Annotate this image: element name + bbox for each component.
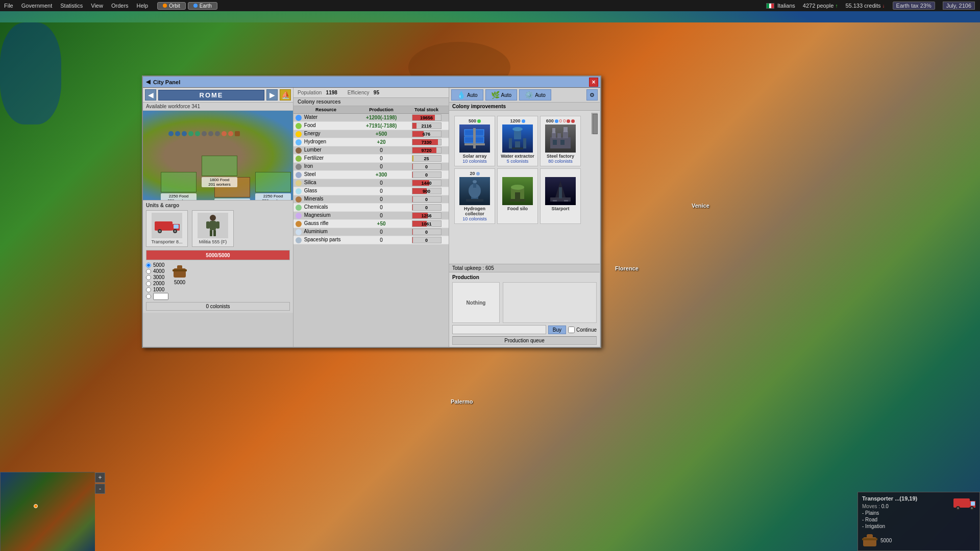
svg-rect-15: [173, 269, 187, 271]
improvement-solar-array[interactable]: 500: [454, 116, 495, 166]
eff-value: 95: [374, 90, 379, 95]
unit-card-militia[interactable]: Militia 555 (F): [192, 210, 234, 247]
earth-button[interactable]: Earth: [188, 2, 217, 10]
solar-workers: 10 colonists: [456, 159, 494, 164]
improvements-title: Colony improvements: [449, 103, 600, 111]
moves-row: Moves : 0.0: [862, 504, 949, 509]
hydrogen-cost-row: 20: [456, 171, 494, 176]
res-name-food: Food: [304, 122, 316, 128]
menu-government[interactable]: Government: [17, 2, 57, 10]
cargo-opt-custom[interactable]: [146, 293, 168, 300]
workforce-bar: Available workforce 341: [143, 103, 293, 111]
starport-svg: [548, 180, 573, 203]
svg-rect-19: [475, 137, 484, 143]
resources-scroll[interactable]: Resource Production Total stock Water +1…: [293, 106, 449, 244]
next-city-button[interactable]: ▶: [266, 89, 278, 101]
res-stock-silica: 1440: [404, 179, 449, 187]
menu-view[interactable]: View: [87, 2, 107, 10]
svg-rect-27: [512, 147, 523, 149]
auto-btn-2[interactable]: 🌿 Auto: [485, 89, 518, 101]
res-row-name-magnesium: Magnesium: [293, 212, 358, 220]
solar-array-name: Solar array: [456, 154, 494, 159]
improvement-water-extractor[interactable]: 1200: [497, 116, 538, 166]
orbit-button[interactable]: Orbit: [157, 2, 186, 10]
res-stock-food: 2116: [404, 122, 449, 130]
cargo-opt-4000[interactable]: 4000: [146, 268, 168, 274]
minimap-zoom-in[interactable]: +: [95, 472, 105, 483]
minimap-zoom-out[interactable]: -: [95, 484, 105, 494]
res-row-name-hydrogen: Hydrogen: [293, 138, 358, 146]
svg-rect-24: [509, 138, 512, 148]
improvement-steel-factory[interactable]: 600 0 0: [540, 116, 581, 166]
improvement-food-silo[interactable]: Food silo: [497, 168, 538, 224]
menu-orders[interactable]: Orders: [107, 2, 133, 10]
res-icon-food: [296, 123, 302, 129]
bottom-cargo-row: 5000: [862, 533, 975, 547]
col-resource: Resource: [293, 106, 358, 114]
menu-help[interactable]: Help: [133, 2, 153, 10]
cargo-opt-3000[interactable]: 3000: [146, 274, 168, 280]
svg-rect-37: [466, 199, 483, 202]
res-prod-energy: +500: [358, 130, 404, 138]
panel-right: 💧 Auto 🌿 Auto ⚙️ Auto ⚙ Colony improveme…: [449, 88, 600, 347]
cargo-custom-input[interactable]: [153, 293, 168, 300]
cargo-opt-5000[interactable]: 5000: [146, 262, 168, 268]
scrollbar-thumb[interactable]: [593, 114, 598, 134]
production-detail: [503, 282, 597, 323]
continue-checkbox[interactable]: [568, 327, 575, 333]
svg-rect-21: [464, 143, 485, 145]
solar-cost-dot-green: [477, 119, 481, 123]
cargo-opt-1000[interactable]: 1000: [146, 287, 168, 292]
units-grid: Transporter 8...: [146, 210, 290, 247]
terrain-irrigation: - Irrigation: [862, 523, 949, 529]
continue-check[interactable]: Continue: [568, 327, 597, 333]
improvements-scrollbar[interactable]: [592, 113, 598, 134]
water-extractor-img: [502, 124, 533, 153]
auto-btn-3[interactable]: ⚙️ Auto: [519, 89, 551, 101]
res-row-name-silica: Silica: [293, 179, 358, 187]
city-name-display[interactable]: ROME: [158, 90, 264, 101]
res-name-iron: Iron: [304, 163, 313, 169]
svg-rect-12: [213, 230, 216, 236]
ship-icon-button[interactable]: ⛵: [280, 89, 291, 101]
res-name-steel: Steel: [304, 171, 316, 177]
earth-label: Earth: [200, 3, 212, 9]
svg-rect-35: [560, 140, 565, 145]
auto-btn-1[interactable]: 💧 Auto: [451, 89, 483, 101]
improvement-hydrogen-collector[interactable]: 20: [454, 168, 495, 224]
menu-statistics[interactable]: Statistics: [56, 2, 87, 10]
svg-point-40: [473, 180, 477, 183]
svg-rect-33: [564, 127, 568, 132]
city-tile-3: 1800 Food201 workers: [202, 156, 237, 187]
silo-svg: [505, 180, 530, 203]
res-name-silica: Silica: [304, 180, 316, 185]
res-icon-lumber: [296, 147, 302, 154]
population-info: Population 1198 Efficiency 95: [293, 88, 449, 98]
svg-rect-2: [174, 224, 179, 229]
bottom-cargo-icon: [862, 533, 877, 547]
unit-card-transporter[interactable]: Transporter 8...: [146, 210, 188, 247]
buy-button[interactable]: Buy: [548, 325, 566, 334]
cargo-opt-2000[interactable]: 2000: [146, 281, 168, 286]
cargo-section: 5000/5000 5000 4000 3000: [146, 250, 290, 300]
production-queue-button[interactable]: Production queue: [452, 336, 597, 345]
cargo-amount: 5000: [173, 280, 187, 285]
res-icon-silica: [296, 180, 302, 186]
panel-left: ◀ ROME ▶ ⛵ Available workforce 341 2250 …: [143, 88, 293, 347]
nothing-label: Nothing: [452, 282, 500, 323]
production-input[interactable]: [452, 325, 546, 334]
settings-button[interactable]: ⚙: [586, 89, 598, 101]
res-name-lumber: Lumber: [304, 147, 322, 153]
res-stock-energy: 676: [404, 130, 449, 138]
starport-cost-row: [542, 171, 579, 176]
prev-city-button[interactable]: ◀: [145, 89, 156, 101]
menu-file[interactable]: File: [0, 2, 17, 10]
water-drop-icon: 💧: [457, 91, 465, 99]
improvement-starport[interactable]: Starport: [540, 168, 581, 224]
improvements-scroll[interactable]: 500: [449, 111, 600, 264]
svg-point-4: [159, 230, 161, 232]
date-badge: July, 2106: [943, 2, 975, 10]
steel-cost-dot-red2: [571, 119, 575, 123]
close-button[interactable]: ×: [589, 78, 598, 87]
production-controls: Buy Continue: [452, 325, 597, 334]
